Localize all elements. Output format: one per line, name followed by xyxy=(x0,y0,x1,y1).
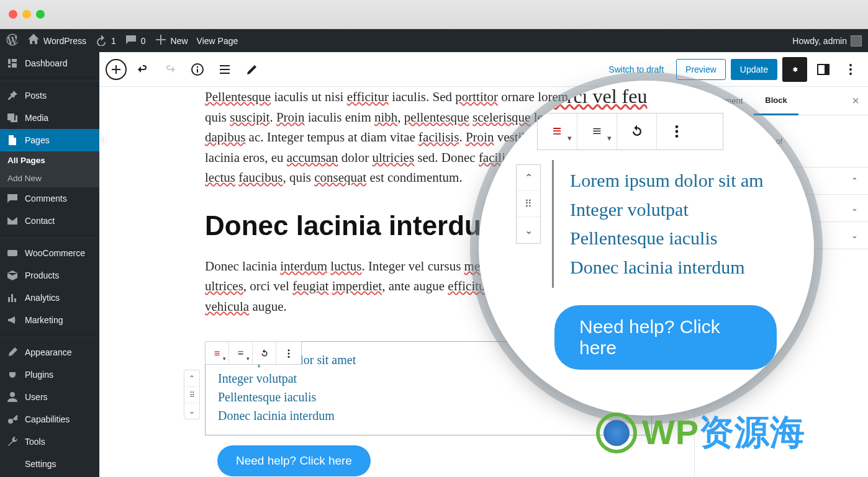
key-icon xyxy=(6,413,19,426)
sliders-icon xyxy=(6,458,19,470)
lens-refresh[interactable] xyxy=(617,114,657,149)
svg-point-19 xyxy=(676,130,679,133)
sidebar-item-settings[interactable]: Settings xyxy=(0,453,99,475)
settings-gear-button[interactable] xyxy=(782,57,807,82)
editor-topbar: Switch to draft Preview Update xyxy=(99,52,868,87)
svg-point-15 xyxy=(288,350,290,352)
sidebar-sub-all-pages[interactable]: All Pages xyxy=(0,151,99,169)
wp-logo-icon[interactable] xyxy=(6,33,19,48)
block-more-button[interactable] xyxy=(276,342,301,365)
undo-button[interactable] xyxy=(132,58,154,81)
megaphone-icon xyxy=(6,314,19,326)
sidebar-item-users[interactable]: Users xyxy=(0,386,99,408)
site-home-link[interactable]: WordPress xyxy=(27,33,86,48)
lens-help-button[interactable]: Need help? Click here xyxy=(554,305,777,370)
sidebar-item-marketing[interactable]: Marketing xyxy=(0,309,99,331)
block-mover-handles: ⌃ ⠿ ⌄ xyxy=(184,370,200,419)
woocommerce-icon xyxy=(6,247,19,259)
lens-toc-item[interactable]: Pellentesque iaculis xyxy=(570,224,777,253)
align-button[interactable]: ≡▾ xyxy=(229,342,253,365)
howdy-user[interactable]: Howdy, admin xyxy=(792,35,862,47)
lens-block-type[interactable]: ≡▾ xyxy=(538,114,577,149)
sidebar-item-posts[interactable]: Posts xyxy=(0,84,99,107)
block-toolbar: ≡▾ ≡▾ xyxy=(205,341,302,365)
updates-link[interactable]: 1 xyxy=(95,33,116,48)
view-page-link[interactable]: View Page xyxy=(197,36,238,46)
minimize-window-icon[interactable] xyxy=(22,10,31,19)
sidebar-sub-add-new[interactable]: Add New xyxy=(0,169,99,187)
svg-rect-11 xyxy=(825,65,829,74)
lens-move-up[interactable]: ⌃ xyxy=(517,165,540,191)
comment-icon xyxy=(6,192,19,205)
maximize-window-icon[interactable] xyxy=(36,10,45,19)
close-inspector-button[interactable]: × xyxy=(843,94,868,108)
lens-toc-item[interactable]: Lorem ipsum dolor sit am xyxy=(570,166,777,195)
admin-sidebar: Dashboard Posts Media Pages All Pages Ad… xyxy=(0,52,99,477)
update-button[interactable]: Update xyxy=(731,59,777,80)
lens-drag-handle[interactable]: ⠿ xyxy=(517,191,540,217)
page-icon xyxy=(6,134,19,146)
lens-move-down[interactable]: ⌄ xyxy=(517,217,540,243)
redo-button[interactable] xyxy=(159,58,181,81)
sidebar-item-woocommerce[interactable]: WooCommerce xyxy=(0,242,99,264)
sidebar-item-analytics[interactable]: Analytics xyxy=(0,287,99,309)
lens-align[interactable]: ≡▾ xyxy=(577,114,617,149)
block-type-button[interactable]: ≡▾ xyxy=(206,342,229,365)
watermark: WP资源海 xyxy=(596,409,805,457)
sidebar-item-comments[interactable]: Comments xyxy=(0,187,99,210)
svg-point-12 xyxy=(849,64,852,66)
magnifier-overlay: ices, orci vel feu ⌃ ⠿ ⌄ ≡▾ ≡▾ Lorem ips… xyxy=(479,81,814,416)
toc-item[interactable]: Donec lacinia interdum xyxy=(218,406,639,425)
box-icon xyxy=(6,269,19,282)
sidebar-item-media[interactable]: Media xyxy=(0,107,99,129)
watermark-logo-icon xyxy=(596,412,637,453)
user-icon xyxy=(6,391,19,403)
sidebar-item-products[interactable]: Products xyxy=(0,264,99,287)
svg-point-18 xyxy=(676,125,679,128)
svg-rect-9 xyxy=(197,69,198,73)
lens-toc-block[interactable]: Lorem ipsum dolor sit am Integer volutpa… xyxy=(552,160,777,288)
drag-handle[interactable]: ⠿ xyxy=(184,386,199,403)
sidebar-item-tools[interactable]: Tools xyxy=(0,430,99,453)
info-button[interactable] xyxy=(186,58,209,81)
move-down-button[interactable]: ⌄ xyxy=(184,403,199,419)
lens-toc-item[interactable]: Integer volutpat xyxy=(570,195,777,225)
svg-rect-0 xyxy=(7,250,17,256)
svg-point-16 xyxy=(288,353,290,355)
more-menu-button[interactable] xyxy=(839,58,862,81)
wrench-icon xyxy=(6,435,19,448)
wp-adminbar: WordPress 1 0 New View Page Howdy, admin xyxy=(0,29,868,52)
brush-icon xyxy=(6,346,19,359)
lens-more[interactable] xyxy=(657,114,697,149)
sidebar-item-appearance[interactable]: Appearance xyxy=(0,341,99,363)
add-block-button[interactable] xyxy=(106,59,127,80)
svg-point-1 xyxy=(10,392,15,397)
tab-block[interactable]: Block xyxy=(754,87,798,115)
move-up-button[interactable]: ⌃ xyxy=(184,370,199,386)
sidebar-item-capabilities[interactable]: Capabilities xyxy=(0,408,99,430)
dashboard-icon xyxy=(6,57,19,69)
outline-button[interactable] xyxy=(214,58,236,81)
refresh-button[interactable] xyxy=(253,342,276,365)
preview-button[interactable]: Preview xyxy=(676,59,726,80)
window-titlebar xyxy=(0,0,868,29)
edit-mode-button[interactable] xyxy=(241,58,263,81)
new-content-link[interactable]: New xyxy=(155,33,188,48)
svg-point-17 xyxy=(288,356,290,358)
sidebar-item-plugins[interactable]: Plugins xyxy=(0,363,99,386)
close-window-icon[interactable] xyxy=(9,10,17,19)
help-button[interactable]: Need help? Click here xyxy=(217,445,371,476)
plug-icon xyxy=(6,368,19,381)
comments-link[interactable]: 0 xyxy=(125,33,146,48)
svg-point-2 xyxy=(8,419,13,424)
sidebar-toggle-button[interactable] xyxy=(812,58,834,81)
sidebar-item-dashboard[interactable]: Dashboard xyxy=(0,52,99,74)
mail-icon xyxy=(6,215,19,227)
svg-point-8 xyxy=(197,66,199,68)
sidebar-item-pages[interactable]: Pages xyxy=(0,129,99,151)
lens-toc-item[interactable]: Donec lacinia interdum xyxy=(570,253,777,282)
svg-point-14 xyxy=(849,73,852,75)
lens-block-toolbar: ≡▾ ≡▾ xyxy=(537,113,723,150)
switch-to-draft-link[interactable]: Switch to draft xyxy=(601,65,671,74)
sidebar-item-contact[interactable]: Contact xyxy=(0,210,99,232)
